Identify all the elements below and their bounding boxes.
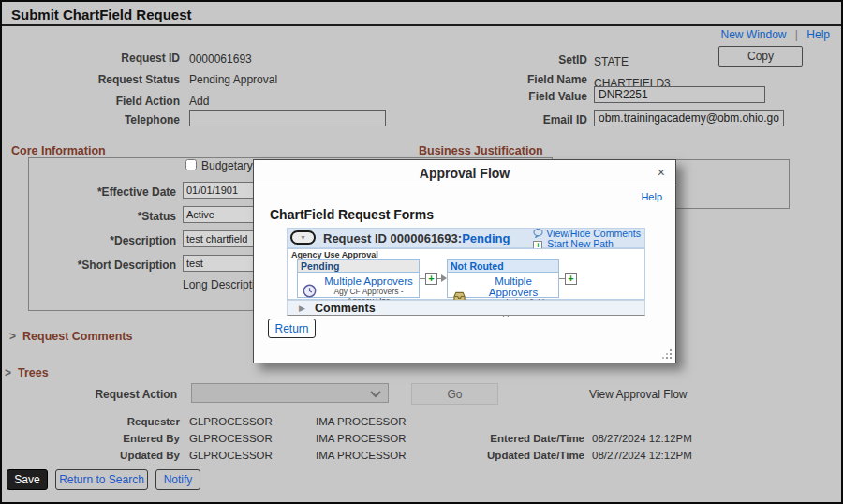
request-id-value: 0000061693 — [189, 52, 252, 66]
description-label: *Description — [36, 234, 176, 247]
field-name-label: Field Name — [475, 73, 587, 86]
field-value-input[interactable] — [594, 86, 765, 103]
triangle-down-icon: ▼ — [292, 232, 314, 243]
collapse-button[interactable]: ▼ — [290, 230, 316, 245]
entered-by-label: Entered By — [58, 433, 180, 444]
link-separator: | — [795, 28, 798, 41]
approval-step-pending: Pending Multiple Approvers Agy CF Approv… — [297, 259, 420, 298]
step-approver-link[interactable]: Multiple Approvers — [470, 275, 556, 298]
email-id-input[interactable] — [594, 110, 784, 126]
approval-path-container: Agency Use Approval Pending Multiple App… — [287, 248, 645, 300]
return-button[interactable]: Return — [268, 319, 316, 338]
page-title: Submit ChartField Request — [11, 7, 192, 22]
view-approval-flow-link[interactable]: View Approval Flow — [589, 388, 688, 401]
modal-help-link[interactable]: Help — [641, 191, 662, 202]
resize-handle-icon[interactable] — [662, 349, 673, 360]
request-id-label: Request ID — [39, 52, 180, 65]
requester-label: Requester — [58, 416, 180, 427]
new-window-link[interactable]: New Window — [720, 28, 786, 41]
modal-heading: ChartField Request Forms — [270, 207, 434, 222]
comments-expander[interactable]: ▶ Comments — [287, 300, 645, 316]
save-button[interactable]: Save — [7, 469, 48, 490]
setid-label: SetID — [475, 53, 587, 67]
comment-bubble-icon — [533, 229, 543, 238]
request-action-dropdown[interactable] — [191, 383, 389, 403]
comments-label: Comments — [315, 302, 376, 315]
return-to-search-button[interactable]: Return to Search — [55, 469, 148, 490]
chevron-down-icon — [370, 391, 381, 398]
clock-icon — [303, 284, 317, 298]
field-action-label: Field Action — [39, 95, 180, 108]
step-status: Pending — [298, 260, 419, 273]
step-approver-link[interactable]: Multiple Approvers — [320, 275, 417, 287]
updated-datetime-value: 08/27/2024 12:12PM — [592, 450, 692, 461]
updated-by-name: IMA PROCESSOR — [316, 450, 407, 461]
request-status-label: Request Status — [39, 73, 180, 86]
email-id-label: Email ID — [475, 113, 587, 126]
insert-approver-button[interactable]: + — [425, 273, 437, 285]
effective-date-label: *Effective Date — [36, 185, 176, 199]
approval-path-label: Agency Use Approval — [291, 250, 378, 259]
notify-button[interactable]: Notify — [155, 469, 200, 490]
status-label: *Status — [36, 210, 176, 223]
request-comments-label: Request Comments — [22, 330, 132, 343]
updated-by-label: Updated By — [58, 450, 180, 461]
budgetary-only-checkbox[interactable] — [185, 159, 197, 170]
append-approver-button[interactable]: + — [565, 273, 577, 285]
request-bar-label: Request ID 0000061693:Pending — [323, 231, 510, 245]
page: Submit ChartField Request New Window | H… — [0, 0, 843, 504]
entered-datetime-value: 08/27/2024 12:12PM — [592, 433, 692, 444]
green-plus-icon: + — [426, 274, 436, 284]
request-header-bar: ▼ Request ID 0000061693:Pending View/Hid… — [287, 228, 645, 248]
trees-section[interactable]: >Trees — [5, 366, 49, 379]
business-justification-heading: Business Justification — [419, 144, 543, 157]
step-status: Not Routed — [448, 260, 558, 273]
short-description-label: *Short Description — [36, 259, 176, 272]
request-bar-text: Request ID 0000061693: — [323, 231, 462, 245]
core-information-heading: Core Information — [11, 144, 106, 157]
requester-user: GLPROCESSOR — [189, 416, 273, 427]
telephone-label: Telephone — [39, 113, 180, 126]
modal-title-bar: Approval Flow × — [254, 160, 675, 185]
request-action-label: Request Action — [37, 388, 177, 401]
copy-button[interactable]: Copy — [718, 46, 803, 67]
entered-by-name: IMA PROCESSOR — [316, 433, 407, 444]
chevron-right-icon: > — [9, 330, 16, 343]
trees-label: Trees — [18, 366, 49, 379]
request-comments-section[interactable]: >Request Comments — [9, 330, 132, 343]
go-button[interactable]: Go — [411, 383, 498, 405]
entered-by-user: GLPROCESSOR — [189, 433, 273, 444]
top-links: New Window | Help — [720, 28, 830, 41]
page-title-bar: Submit ChartField Request — [2, 2, 841, 26]
telephone-input[interactable] — [189, 110, 386, 126]
updated-by-user: GLPROCESSOR — [189, 450, 273, 461]
entered-datetime-label: Entered Date/Time — [463, 433, 584, 444]
help-link[interactable]: Help — [806, 28, 830, 41]
request-status-value: Pending Approval — [189, 73, 277, 86]
green-plus-icon: + — [566, 274, 576, 284]
setid-value: STATE — [594, 55, 629, 68]
approval-step-not-routed: Not Routed Multiple Approvers Central Ch… — [447, 259, 559, 298]
updated-datetime-label: Updated Date/Time — [463, 450, 584, 461]
request-bar-status: Pending — [462, 231, 510, 245]
chevron-right-icon: > — [5, 366, 11, 379]
close-icon[interactable]: × — [658, 165, 665, 180]
triangle-right-icon: ▶ — [299, 304, 305, 313]
modal-title: Approval Flow — [254, 160, 675, 181]
field-value-label: Field Value — [475, 90, 587, 103]
field-action-value: Add — [189, 95, 209, 108]
approval-flow-modal: Approval Flow × Help ChartField Request … — [253, 159, 676, 363]
requester-name: IMA PROCESSOR — [316, 416, 407, 427]
